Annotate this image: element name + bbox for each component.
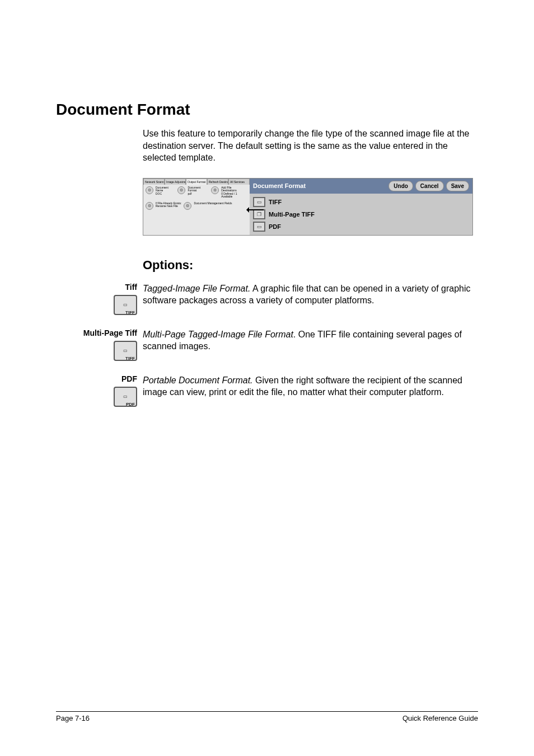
document-type-icon: ▭: [114, 341, 137, 361]
pointer-arrow-icon: [247, 209, 264, 210]
tab-network-scanning: Network Scanning: [143, 179, 165, 185]
option-label: PDF: [269, 223, 281, 230]
small-label: Document Formatpdf: [188, 186, 209, 199]
option-tiff[interactable]: ▭ TIFF: [253, 197, 469, 207]
document-type-icon: ▭: [114, 387, 137, 407]
gear-icon: ⚙: [184, 202, 191, 210]
tab-refresh-destinations: Refresh Destinations: [207, 179, 228, 185]
option-name-label: Multi-Page Tiff: [56, 328, 137, 337]
pages-icon: ❐: [253, 209, 265, 219]
small-label: Document Management Fields: [194, 202, 232, 210]
option-description-block: Tiff▭Tagged-Image File Format. A graphic…: [56, 283, 478, 315]
screenshot-mock: Network Scanning Image Adjustment Output…: [143, 178, 478, 236]
tab-image-adjustment: Image Adjustment: [165, 179, 186, 185]
gear-icon: ⚙: [211, 186, 219, 194]
mock-left-panel: Network Scanning Image Adjustment Output…: [143, 179, 250, 235]
footer-guide-title: Quick Reference Guide: [402, 714, 478, 722]
options-heading: Options:: [143, 258, 478, 273]
option-pdf[interactable]: ▭ PDF: [253, 222, 469, 232]
gear-icon: ⚙: [146, 186, 153, 194]
mock-right-panel: Document Format Undo Cancel Save ▭ TIFF …: [250, 179, 472, 235]
option-description-block: Multi-Page Tiff▭Multi-Page Tagged-Image …: [56, 328, 478, 361]
document-type-icon: ▭: [114, 295, 137, 315]
cancel-button[interactable]: Cancel: [415, 181, 444, 191]
option-name-label: PDF: [56, 374, 137, 383]
option-description-text: Portable Document Format. Given the righ…: [143, 374, 478, 407]
option-multipage-tiff[interactable]: ❐ Multi-Page TIFF: [253, 209, 469, 219]
option-description-block: PDF▭Portable Document Format. Given the …: [56, 374, 478, 407]
tab-output-format: Output Format: [186, 179, 207, 185]
save-button[interactable]: Save: [446, 181, 469, 191]
page-icon: ▭: [253, 222, 265, 232]
intro-paragraph: Use this feature to temporarily change t…: [143, 128, 478, 164]
option-description-text: Multi-Page Tagged-Image File Format. One…: [143, 328, 478, 361]
gear-icon: ⚙: [146, 202, 153, 210]
page-footer: Page 7-16 Quick Reference Guide: [56, 711, 478, 722]
page-heading: Document Format: [56, 101, 478, 119]
option-description-text: Tagged-Image File Format. A graphic file…: [143, 283, 478, 315]
footer-page-number: Page 7-16: [56, 714, 90, 722]
option-label: TIFF: [269, 199, 282, 205]
option-label: Multi-Page TIFF: [269, 211, 315, 218]
small-label: If File Already Exists:Rename New File: [156, 202, 181, 210]
panel-title: Document Format: [253, 182, 386, 189]
small-label: Add File Destinations0 Defined / 1 Avail…: [221, 186, 247, 199]
undo-button[interactable]: Undo: [388, 181, 413, 191]
option-name-label: Tiff: [56, 283, 137, 292]
page-icon: ▭: [253, 197, 265, 207]
small-label: Document NameDOC: [156, 186, 175, 199]
gear-icon: ⚙: [177, 186, 185, 194]
tab-all-services: All Services: [228, 179, 250, 185]
